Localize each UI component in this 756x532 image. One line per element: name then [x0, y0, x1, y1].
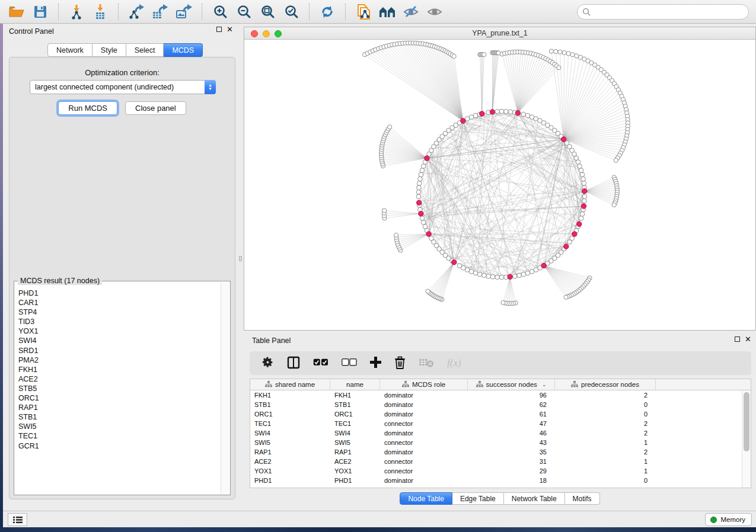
search-box[interactable] [577, 4, 749, 20]
zoom-out-button[interactable] [232, 2, 256, 21]
criterion-dropdown-value: largest connected component (undirected) [30, 83, 205, 91]
table-settings-button[interactable] [261, 356, 274, 370]
mcds-result-item[interactable]: STB1 [18, 412, 221, 422]
first-neighbors-icon [378, 5, 396, 19]
column-header-predecessor-nodes[interactable]: predecessor nodes [555, 379, 656, 390]
table-row[interactable]: FKH1FKH1dominator962 [250, 390, 751, 400]
mcds-result-item[interactable]: PHD1 [18, 289, 221, 298]
float-panel-icon[interactable] [216, 27, 222, 32]
close-panel-button[interactable]: Close panel [125, 101, 186, 115]
node-table-body: FKH1FKH1dominator962STB1STB1dominator620… [250, 390, 751, 485]
zoom-fit-button[interactable] [256, 2, 279, 21]
criterion-dropdown[interactable]: largest connected component (undirected)… [30, 80, 216, 94]
table-cell: YOX1 [250, 466, 330, 476]
open-file-icon [8, 4, 25, 20]
export-table-button[interactable] [148, 2, 172, 21]
table-row[interactable]: TEC1TEC1connector472 [250, 419, 751, 428]
tab-mcds[interactable]: MCDS [164, 43, 203, 57]
table-row[interactable]: ORC1ORC1dominator610 [250, 409, 751, 419]
panel-splitter[interactable] [238, 24, 244, 511]
network-graph-canvas[interactable] [244, 40, 755, 330]
splitter-handle[interactable] [239, 256, 242, 261]
network-window-titlebar[interactable]: YPA_prune.txt_1 [244, 27, 755, 40]
mcds-result-item[interactable]: FKH1 [18, 365, 221, 374]
tab-network-table[interactable]: Network Table [504, 492, 565, 505]
first-neighbors-button[interactable] [375, 2, 399, 21]
tab-edge-table[interactable]: Edge Table [452, 492, 504, 505]
task-history-button[interactable] [8, 513, 27, 526]
deselect-all-button[interactable] [342, 358, 357, 368]
table-row[interactable]: RAP1RAP1dominator352 [250, 447, 751, 457]
mcds-result-item[interactable]: STB5 [18, 384, 221, 393]
table-scrollbar-thumb[interactable] [744, 392, 749, 451]
mcds-result-item[interactable]: ACE2 [18, 374, 221, 384]
float-table-panel-icon[interactable] [735, 336, 740, 342]
column-header-MCDS-role[interactable]: MCDS role [380, 379, 468, 390]
table-cell: dominator [380, 390, 468, 400]
zoom-in-button[interactable] [208, 2, 232, 21]
tab-style[interactable]: Style [92, 43, 126, 57]
column-header-successor-nodes[interactable]: successor nodes⌄ [468, 379, 555, 390]
show-columns-button[interactable] [287, 356, 300, 371]
add-column-button[interactable] [370, 357, 381, 370]
cytoscape-app-window: Control Panel ✕ NetworkStyleSelectMCDS O… [3, 0, 756, 527]
import-table-button[interactable] [88, 2, 112, 21]
tab-node-table[interactable]: Node Table [400, 492, 452, 505]
mcds-result-item[interactable]: RAP1 [18, 403, 221, 412]
table-cell: connector [380, 457, 468, 466]
refresh-button[interactable] [315, 2, 339, 21]
show-all-button[interactable] [423, 2, 446, 21]
mcds-result-item[interactable]: GCR1 [18, 441, 221, 451]
table-cell: 18 [468, 476, 555, 485]
mcds-result-item[interactable]: SWI4 [18, 336, 221, 345]
table-row[interactable]: SWI4SWI4dominator462 [250, 428, 751, 438]
export-network-button[interactable] [125, 2, 148, 21]
zoom-selected-button[interactable] [279, 2, 303, 21]
table-row[interactable]: PHD1PHD1dominator180 [250, 476, 751, 485]
table-panel: Table Panel ✕ f(x) shared namenameMCDS r… [244, 334, 756, 511]
table-cell: 61 [468, 409, 555, 419]
mcds-result-item[interactable]: TID3 [18, 317, 221, 326]
open-file-button[interactable] [5, 2, 28, 21]
mcds-result-item[interactable]: ORC1 [18, 393, 221, 403]
table-cell: 62 [468, 400, 555, 409]
mcds-result-item[interactable]: PMA2 [18, 355, 221, 365]
table-row[interactable]: STB1STB1dominator620 [250, 400, 751, 409]
close-panel-icon[interactable]: ✕ [227, 27, 233, 32]
tab-select[interactable]: Select [126, 43, 164, 57]
import-table-icon [92, 4, 108, 20]
table-scrollbar[interactable] [742, 390, 751, 488]
column-header-name[interactable]: name [330, 379, 380, 390]
column-header-filler [656, 379, 751, 390]
screen: Control Panel ✕ NetworkStyleSelectMCDS O… [0, 0, 756, 532]
table-row[interactable]: ACE2ACE2connector311 [250, 457, 751, 466]
tab-motifs[interactable]: Motifs [565, 492, 600, 505]
mcds-list-scrollbar[interactable] [221, 282, 229, 495]
mcds-result-item[interactable]: SRD1 [18, 346, 221, 355]
run-mcds-button[interactable]: Run MCDS [58, 101, 117, 115]
table-row[interactable]: YOX1YOX1connector291 [250, 466, 751, 476]
save-session-button[interactable] [28, 2, 52, 21]
new-network-from-selection-button[interactable] [352, 2, 375, 21]
import-network-button[interactable] [65, 2, 88, 21]
mcds-result-item[interactable]: CAR1 [18, 298, 221, 307]
select-all-button[interactable] [313, 358, 328, 368]
delete-column-button[interactable] [394, 356, 406, 371]
export-image-button[interactable] [172, 2, 196, 21]
hide-selected-button[interactable] [399, 2, 423, 21]
mcds-result-item[interactable]: SWI5 [18, 422, 221, 431]
search-input[interactable] [594, 8, 748, 16]
close-table-panel-icon[interactable]: ✕ [745, 336, 751, 342]
memory-button[interactable]: Memory [705, 513, 752, 526]
mcds-result-item[interactable]: YOX1 [18, 326, 221, 336]
table-cell: PHD1 [250, 476, 330, 485]
export-image-icon [175, 4, 193, 20]
table-cell: SWI4 [330, 428, 380, 438]
table-row[interactable]: SWI5SWI5connector431 [250, 438, 751, 447]
tab-network[interactable]: Network [47, 43, 92, 57]
import-network-icon [69, 4, 84, 20]
mcds-result-item[interactable]: TEC1 [18, 431, 221, 441]
mcds-result-list[interactable]: PHD1CAR1STP4TID3YOX1SWI4SRD1PMA2FKH1ACE2… [15, 285, 221, 493]
column-header-shared-name[interactable]: shared name [250, 379, 330, 390]
mcds-result-item[interactable]: STP4 [18, 307, 221, 317]
